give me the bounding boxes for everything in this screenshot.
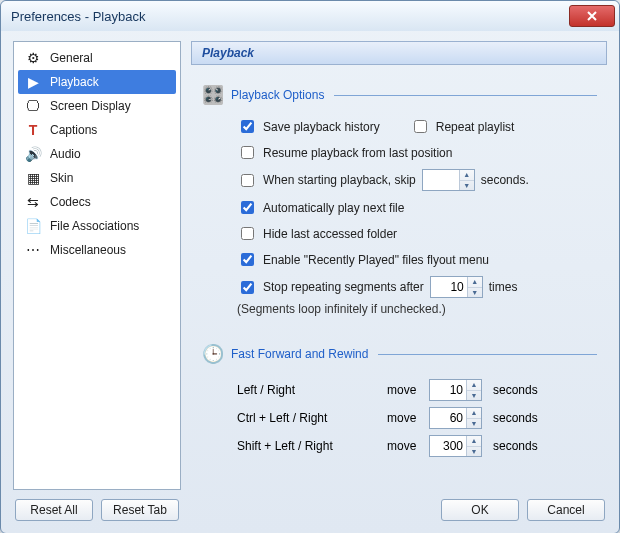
stepper-arrows[interactable]: ▲▼ bbox=[466, 380, 481, 400]
sidebar-item-screen-display[interactable]: 🖵 Screen Display bbox=[18, 94, 176, 118]
sidebar-item-label: General bbox=[50, 51, 93, 65]
option-recent-flyout[interactable]: Enable "Recently Played" files flyout me… bbox=[237, 250, 597, 269]
sidebar-item-label: Captions bbox=[50, 123, 97, 137]
ffr-row-ctrl-lr: Ctrl + Left / Right move ▲▼ seconds bbox=[237, 404, 538, 432]
ffr-stepper-lr[interactable]: ▲▼ bbox=[429, 379, 482, 401]
ffr-unit: seconds bbox=[489, 376, 538, 404]
option-label: Repeat playlist bbox=[436, 120, 515, 134]
gear-icon: ⚙ bbox=[24, 49, 42, 67]
sidebar-item-label: Skin bbox=[50, 171, 73, 185]
sidebar-item-audio[interactable]: 🔊 Audio bbox=[18, 142, 176, 166]
chevron-up-icon[interactable]: ▲ bbox=[467, 380, 481, 391]
reset-all-button[interactable]: Reset All bbox=[15, 499, 93, 521]
play-icon: ▶ bbox=[24, 73, 42, 91]
ffr-move-label: move bbox=[387, 376, 429, 404]
close-icon bbox=[587, 9, 597, 24]
divider bbox=[334, 95, 597, 96]
ffr-table: Left / Right move ▲▼ seconds bbox=[237, 376, 538, 460]
stepper-arrows[interactable]: ▲▼ bbox=[459, 170, 474, 190]
text-icon: T bbox=[24, 121, 42, 139]
repeat-times-stepper[interactable]: ▲▼ bbox=[430, 276, 483, 298]
ffr-stepper-ctrl-lr[interactable]: ▲▼ bbox=[429, 407, 482, 429]
chevron-down-icon[interactable]: ▼ bbox=[467, 447, 481, 457]
checkbox-resume-last[interactable] bbox=[241, 146, 254, 159]
sidebar-item-file-associations[interactable]: 📄 File Associations bbox=[18, 214, 176, 238]
window-title: Preferences - Playback bbox=[11, 9, 569, 24]
sidebar-item-captions[interactable]: T Captions bbox=[18, 118, 176, 142]
sidebar-item-skin[interactable]: ▦ Skin bbox=[18, 166, 176, 190]
titlebar[interactable]: Preferences - Playback bbox=[1, 1, 619, 31]
chevron-up-icon[interactable]: ▲ bbox=[467, 436, 481, 447]
chevron-down-icon[interactable]: ▼ bbox=[468, 288, 482, 298]
speaker-icon: 🔊 bbox=[24, 145, 42, 163]
ffr-input-ctrl-lr[interactable] bbox=[430, 408, 466, 428]
sidebar-item-label: Miscellaneous bbox=[50, 243, 126, 257]
checkbox-repeat-playlist[interactable] bbox=[414, 120, 427, 133]
option-hide-last-folder[interactable]: Hide last accessed folder bbox=[237, 224, 597, 243]
option-label: Enable "Recently Played" files flyout me… bbox=[263, 253, 489, 267]
ffr-row-lr: Left / Right move ▲▼ seconds bbox=[237, 376, 538, 404]
option-label: Hide last accessed folder bbox=[263, 227, 397, 241]
checkbox-skip-on-start[interactable] bbox=[241, 174, 254, 187]
ffr-key: Ctrl + Left / Right bbox=[237, 404, 387, 432]
skip-seconds-stepper[interactable]: ▲▼ bbox=[422, 169, 475, 191]
stepper-arrows[interactable]: ▲▼ bbox=[466, 436, 481, 456]
skip-seconds-input[interactable] bbox=[423, 170, 459, 190]
group-legend: Fast Forward and Rewind bbox=[231, 347, 368, 361]
option-label-suffix: seconds. bbox=[481, 173, 529, 187]
checkbox-hide-last-folder[interactable] bbox=[241, 227, 254, 240]
spacer bbox=[187, 499, 433, 521]
stepper-arrows[interactable]: ▲▼ bbox=[466, 408, 481, 428]
option-save-history[interactable]: Save playback history bbox=[237, 117, 380, 136]
settings-panel: Playback 🎛️ Playback Options bbox=[191, 41, 607, 490]
ok-button[interactable]: OK bbox=[441, 499, 519, 521]
option-resume-last[interactable]: Resume playback from last position bbox=[237, 143, 597, 162]
sidebar-item-codecs[interactable]: ⇆ Codecs bbox=[18, 190, 176, 214]
chevron-down-icon[interactable]: ▼ bbox=[460, 181, 474, 191]
ffr-key: Left / Right bbox=[237, 376, 387, 404]
sidebar-item-label: Codecs bbox=[50, 195, 91, 209]
repeat-times-input[interactable] bbox=[431, 277, 467, 297]
sidebar-item-general[interactable]: ⚙ General bbox=[18, 46, 176, 70]
file-icon: 📄 bbox=[24, 217, 42, 235]
dialog-button-bar: Reset All Reset Tab OK Cancel bbox=[13, 490, 607, 523]
group-playback-options: 🎛️ Playback Options Save playback histor… bbox=[201, 83, 597, 316]
option-label: Stop repeating segments after bbox=[263, 280, 424, 294]
option-auto-play-next[interactable]: Automatically play next file bbox=[237, 198, 597, 217]
chevron-up-icon[interactable]: ▲ bbox=[467, 408, 481, 419]
window-close-button[interactable] bbox=[569, 5, 615, 27]
ffr-stepper-shift-lr[interactable]: ▲▼ bbox=[429, 435, 482, 457]
sidebar-item-playback[interactable]: ▶ Playback bbox=[18, 70, 176, 94]
checkbox-recent-flyout[interactable] bbox=[241, 253, 254, 266]
chevron-down-icon[interactable]: ▼ bbox=[467, 419, 481, 429]
ffr-unit: seconds bbox=[489, 432, 538, 460]
ffr-key: Shift + Left / Right bbox=[237, 432, 387, 460]
playback-options-icon: 🎛️ bbox=[201, 83, 225, 107]
ffr-row-shift-lr: Shift + Left / Right move ▲▼ seconds bbox=[237, 432, 538, 460]
option-label-suffix: times bbox=[489, 280, 518, 294]
stepper-arrows[interactable]: ▲▼ bbox=[467, 277, 482, 297]
chevron-up-icon[interactable]: ▲ bbox=[460, 170, 474, 181]
divider bbox=[378, 354, 597, 355]
ffr-input-lr[interactable] bbox=[430, 380, 466, 400]
sidebar-item-label: File Associations bbox=[50, 219, 139, 233]
group-ffr: 🕒 Fast Forward and Rewind Left / Right m… bbox=[201, 342, 597, 460]
sidebar-item-miscellaneous[interactable]: ⋯ Miscellaneous bbox=[18, 238, 176, 262]
ffr-unit: seconds bbox=[489, 404, 538, 432]
chevron-down-icon[interactable]: ▼ bbox=[467, 391, 481, 401]
option-label: When starting playback, skip bbox=[263, 173, 416, 187]
cancel-button[interactable]: Cancel bbox=[527, 499, 605, 521]
checkbox-save-history[interactable] bbox=[241, 120, 254, 133]
misc-icon: ⋯ bbox=[24, 241, 42, 259]
option-label: Automatically play next file bbox=[263, 201, 404, 215]
checkbox-stop-repeating[interactable] bbox=[241, 281, 254, 294]
ffr-input-shift-lr[interactable] bbox=[430, 436, 466, 456]
chevron-up-icon[interactable]: ▲ bbox=[468, 277, 482, 288]
checkbox-auto-play-next[interactable] bbox=[241, 201, 254, 214]
clock-icon: 🕒 bbox=[201, 342, 225, 366]
palette-icon: ▦ bbox=[24, 169, 42, 187]
preferences-window: Preferences - Playback ⚙ General ▶ Playb… bbox=[0, 0, 620, 533]
option-repeat-playlist[interactable]: Repeat playlist bbox=[410, 117, 515, 136]
reset-tab-button[interactable]: Reset Tab bbox=[101, 499, 179, 521]
sidebar-item-label: Playback bbox=[50, 75, 99, 89]
